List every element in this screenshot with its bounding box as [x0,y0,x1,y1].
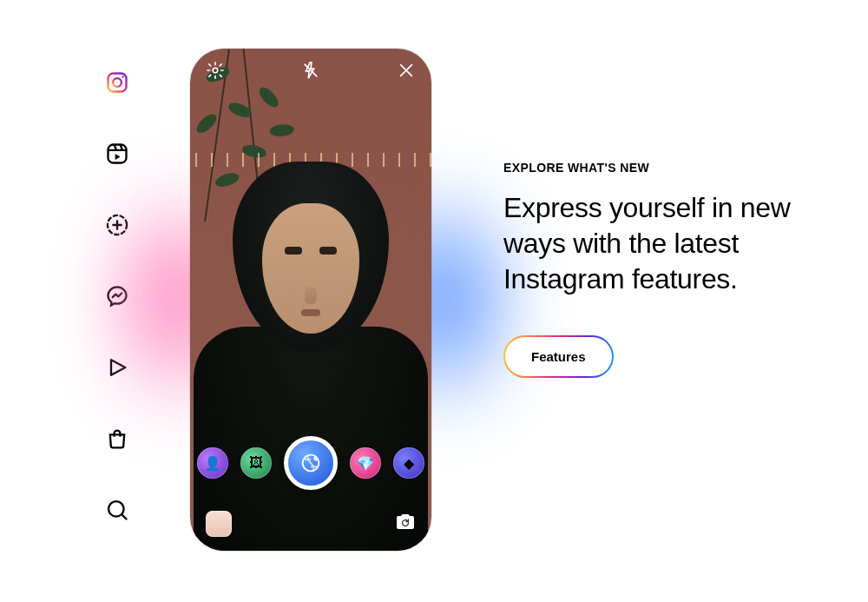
filter-option-1[interactable]: 👤 [197,447,228,479]
svg-point-1 [113,78,122,87]
flash-off-icon[interactable] [301,61,320,80]
filter-carousel[interactable]: 👤 🖼 💎 ◆ [190,436,431,490]
shutter-button[interactable] [284,436,338,490]
settings-icon[interactable] [206,61,225,80]
camera-bottom-bar [190,511,431,537]
cta-gradient-border: Features [503,335,614,378]
filter-option-2[interactable]: 🖼 [240,447,272,479]
phone-mockup: 👤 🖼 💎 ◆ [189,48,432,552]
reels-icon[interactable] [104,141,130,167]
phone-screen: 👤 🖼 💎 ◆ [189,48,432,552]
search-icon[interactable] [104,497,130,523]
close-icon[interactable] [397,61,416,80]
headline-text: Express yourself in new ways with the la… [503,190,816,297]
gallery-thumbnail[interactable] [206,511,232,537]
filter-glyph: ◆ [404,455,414,472]
switch-camera-icon[interactable] [395,512,416,536]
filter-glyph: 💎 [357,455,374,472]
instagram-icon[interactable] [104,69,130,96]
play-icon[interactable] [104,354,130,380]
filter-glyph: 👤 [204,455,221,472]
messenger-icon[interactable] [104,283,130,309]
svg-point-2 [122,76,124,78]
filter-glyph: 🖼 [249,455,263,471]
features-button[interactable]: Features [505,337,612,376]
svg-rect-3 [108,145,127,163]
promo-text: EXPLORE WHAT'S NEW Express yourself in n… [503,161,816,378]
create-icon[interactable] [104,212,130,238]
filter-option-4[interactable]: ◆ [393,447,424,479]
camera-top-bar [190,61,431,80]
feature-icon-rail [104,69,130,523]
shop-icon[interactable] [104,426,130,452]
eyebrow-text: EXPLORE WHAT'S NEW [503,161,816,175]
svg-point-6 [213,68,218,73]
filter-option-3[interactable]: 💎 [350,447,381,479]
